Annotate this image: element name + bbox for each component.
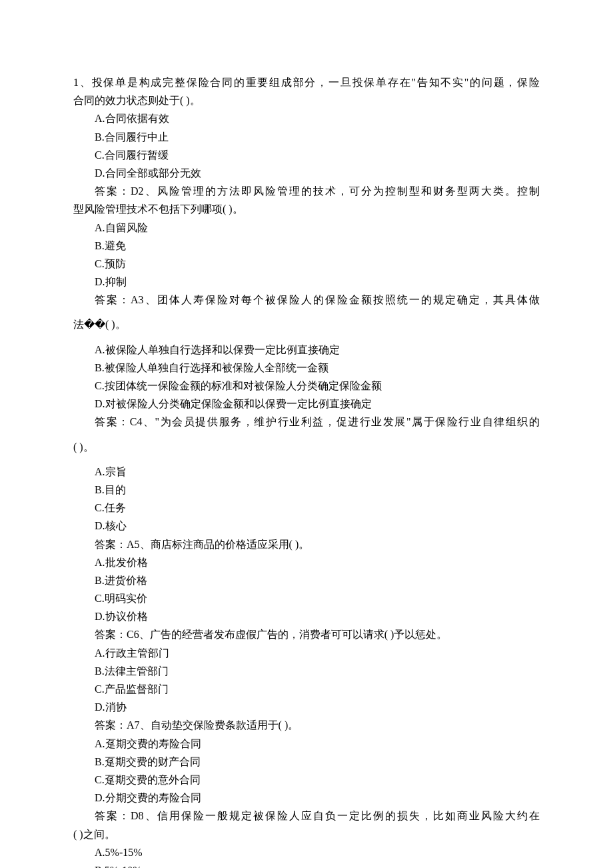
q3-option-d: D.对被保险人分类确定保险金额和以保费一定比例直接确定 xyxy=(73,395,540,413)
q7-option-b: B.趸期交费的财产合同 xyxy=(73,753,540,771)
q1-option-b: B.合同履行中止 xyxy=(73,128,540,146)
q8-cont: ( )之间。 xyxy=(73,825,540,843)
q7-option-c: C.趸期交费的意外合同 xyxy=(73,771,540,789)
q3-option-a: A.被保险人单独自行选择和以保费一定比例直接确定 xyxy=(73,341,540,359)
answer5-q6-line: 答案：C6、广告的经营者发布虚假广告的，消费者可可以请求( )予以惩处。 xyxy=(73,625,540,643)
q4-option-c: C.任务 xyxy=(73,499,540,517)
q3-cont: 法��( )。 xyxy=(73,315,540,333)
q1-option-c: C.合同履行暂缓 xyxy=(73,146,540,164)
q1-option-a: A.合同依据有效 xyxy=(73,109,540,127)
q1-line1: 1、投保单是构成完整保险合同的重要组成部分，一旦投保单存在"告知不实"的问题，保… xyxy=(73,73,540,91)
q6-option-c: C.产品监督部门 xyxy=(73,680,540,698)
q7-option-d: D.分期交费的寿险合同 xyxy=(73,789,540,807)
q6-option-a: A.行政主管部门 xyxy=(73,644,540,662)
q4-option-d: D.核心 xyxy=(73,517,540,535)
q4-cont: ( )。 xyxy=(73,438,540,456)
answer2-q3-line: 答案：A3、团体人寿保险对每个被保险人的保险金额按照统一的规定确定，其具体做 xyxy=(73,291,540,309)
q2-cont: 型风险管理技术不包括下列哪项( )。 xyxy=(73,200,540,218)
answer1-q2-line: 答案：D2、风险管理的方法即风险管理的技术，可分为控制型和财务型两大类。控制 xyxy=(73,182,540,200)
q1-option-d: D.合同全部或部分无效 xyxy=(73,164,540,182)
answer3-q4-line: 答案：C4、"为会员提供服务，维护行业利益，促进行业发展"属于保险行业自律组织的 xyxy=(73,413,540,431)
q4-option-b: B.目的 xyxy=(73,481,540,499)
q3-option-b: B.被保险人单独自行选择和被保险人全部统一金额 xyxy=(73,359,540,377)
q5-option-d: D.协议价格 xyxy=(73,607,540,625)
q7-option-a: A.趸期交费的寿险合同 xyxy=(73,735,540,753)
q8-option-a: A.5%-15% xyxy=(73,843,540,861)
q2-option-a: A.自留风险 xyxy=(73,219,540,237)
q2-option-c: C.预防 xyxy=(73,255,540,273)
q5-option-a: A.批发价格 xyxy=(73,553,540,571)
answer4-q5-line: 答案：A5、商店标注商品的价格适应采用( )。 xyxy=(73,535,540,553)
answer6-q7-line: 答案：A7、自动垫交保险费条款适用于( )。 xyxy=(73,716,540,734)
q3-option-c: C.按团体统一保险金额的标准和对被保险人分类确定保险金额 xyxy=(73,377,540,395)
q2-option-b: B.避免 xyxy=(73,237,540,255)
q4-option-a: A.宗旨 xyxy=(73,463,540,481)
q6-option-b: B.法律主管部门 xyxy=(73,662,540,680)
q5-option-b: B.进货价格 xyxy=(73,571,540,589)
answer7-q8-line: 答案：D8、信用保险一般规定被保险人应自负一定比例的损失，比如商业风险大约在 xyxy=(73,807,540,825)
q6-option-d: D.消协 xyxy=(73,698,540,716)
q1-line2: 合同的效力状态则处于( )。 xyxy=(73,91,540,109)
q2-option-d: D.抑制 xyxy=(73,273,540,291)
q8-option-b: B.5%-10% xyxy=(73,861,540,868)
q5-option-c: C.明码实价 xyxy=(73,589,540,607)
